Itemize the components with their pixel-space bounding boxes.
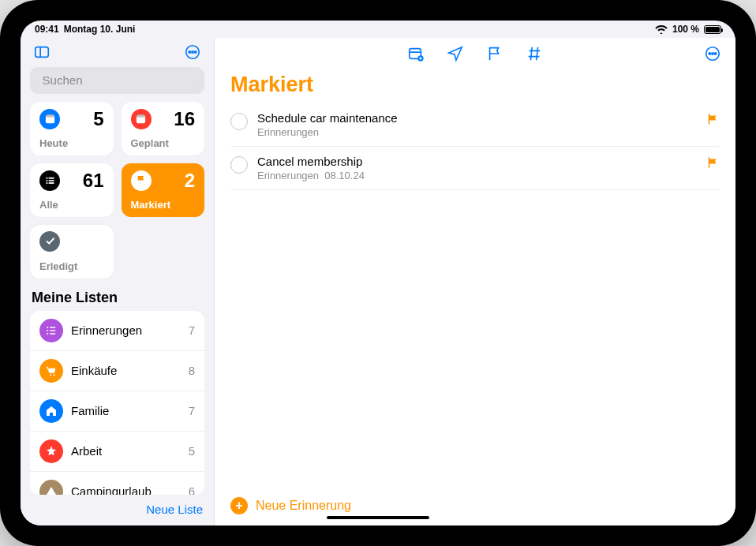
tile-count: 16: [174, 108, 195, 130]
list-count: 5: [189, 444, 195, 458]
flagged-icon: [131, 170, 152, 191]
all-icon: [39, 170, 60, 191]
tile-count: 5: [93, 108, 103, 130]
svg-point-13: [47, 330, 48, 331]
svg-rect-11: [137, 115, 145, 118]
svg-line-26: [537, 47, 538, 61]
wifi-icon: [655, 24, 668, 34]
list-item[interactable]: Einkäufe8: [30, 351, 204, 391]
main-panel: Markiert Schedule car maintenanceErinner…: [215, 38, 735, 525]
flag-filled-icon: [705, 112, 720, 126]
list-name: Campingurlaub: [71, 484, 181, 495]
svg-rect-15: [50, 327, 55, 327]
complete-toggle[interactable]: [230, 156, 248, 174]
svg-rect-0: [36, 47, 49, 58]
list-item[interactable]: Erinnerungen7: [30, 311, 204, 351]
new-reminder-button[interactable]: + Neue Erinnerung: [215, 489, 735, 525]
battery-icon: [704, 25, 721, 34]
smart-tile-scheduled[interactable]: 16Geplant: [122, 102, 205, 155]
reminder-row[interactable]: Cancel membershipErinnerungen 08.10.24: [230, 147, 720, 190]
search-field[interactable]: [43, 73, 193, 87]
tile-label: Geplant: [131, 137, 196, 149]
svg-line-25: [530, 47, 532, 61]
reminder-subtitle: Erinnerungen: [257, 126, 696, 138]
page-title: Markiert: [215, 69, 735, 103]
svg-point-5: [195, 51, 196, 53]
plus-circle-icon: +: [230, 497, 248, 514]
sidebar-toggle-button[interactable]: [30, 40, 54, 64]
reminder-title: Schedule car maintenance: [257, 111, 696, 125]
search-input[interactable]: [30, 67, 204, 94]
done-icon: [39, 231, 60, 252]
list-icon: [39, 319, 63, 342]
list-item[interactable]: Arbeit5: [30, 432, 204, 472]
list-name: Erinnerungen: [71, 323, 181, 337]
home-indicator[interactable]: [327, 516, 429, 519]
smart-tile-done[interactable]: Erledigt: [30, 225, 114, 279]
new-list-button[interactable]: Neue Liste: [146, 503, 203, 516]
svg-point-30: [715, 53, 717, 54]
battery-percent: 100 %: [672, 24, 699, 35]
list-icon: [39, 480, 63, 495]
status-time: 09:41: [35, 24, 59, 35]
today-icon: [39, 109, 60, 129]
tile-label: Erledigt: [39, 260, 104, 272]
svg-point-12: [47, 327, 48, 328]
main-more-button[interactable]: [701, 42, 724, 65]
sidebar: 5Heute16Geplant61Alle2MarkiertErledigt M…: [21, 38, 215, 525]
smart-tile-flagged[interactable]: 2Markiert: [122, 163, 205, 217]
list-item[interactable]: Campingurlaub6: [30, 472, 204, 495]
reminder-row[interactable]: Schedule car maintenanceErinnerungen: [230, 103, 720, 147]
location-icon[interactable]: [447, 45, 464, 62]
more-button[interactable]: [181, 40, 204, 64]
svg-point-4: [192, 51, 193, 53]
list-icon: [39, 359, 63, 383]
svg-rect-17: [50, 333, 55, 334]
svg-point-14: [47, 333, 48, 335]
complete-toggle[interactable]: [230, 113, 248, 130]
list-name: Familie: [71, 404, 181, 417]
list-count: 7: [189, 404, 195, 417]
reminder-title: Cancel membership: [257, 155, 696, 168]
svg-rect-16: [50, 330, 55, 331]
smart-tile-today[interactable]: 5Heute: [30, 102, 114, 155]
status-date: Montag 10. Juni: [64, 24, 136, 35]
svg-point-29: [712, 53, 713, 54]
search-icon: [36, 74, 38, 86]
tile-count: 2: [185, 170, 195, 192]
svg-point-6: [36, 80, 37, 80]
scheduled-icon: [131, 109, 152, 129]
tile-label: Markiert: [131, 199, 196, 211]
svg-rect-9: [45, 115, 54, 118]
mic-icon[interactable]: [197, 73, 198, 87]
svg-point-3: [189, 51, 190, 53]
new-reminder-label: Neue Erinnerung: [256, 499, 351, 513]
list-count: 6: [189, 484, 195, 495]
smart-tile-all[interactable]: 61Alle: [30, 163, 114, 217]
tile-label: Heute: [39, 137, 104, 149]
flag-filled-icon: [705, 155, 720, 170]
list-name: Einkäufe: [71, 364, 181, 377]
list-icon: [39, 439, 63, 463]
list-count: 8: [189, 364, 195, 377]
my-lists-header: Meine Listen: [21, 279, 214, 311]
list-count: 7: [189, 323, 195, 337]
status-bar: 09:41 Montag 10. Juni 100 %: [21, 21, 735, 38]
reminder-subtitle: Erinnerungen 08.10.24: [257, 170, 696, 181]
list-icon: [39, 399, 63, 423]
svg-point-28: [709, 53, 710, 54]
tile-label: Alle: [39, 199, 104, 211]
list-item[interactable]: Familie7: [30, 391, 204, 432]
hashtag-icon[interactable]: [526, 45, 543, 62]
calendar-add-icon[interactable]: [407, 45, 425, 62]
tile-count: 61: [83, 170, 104, 192]
list-name: Arbeit: [71, 444, 181, 458]
flag-icon[interactable]: [486, 45, 503, 62]
